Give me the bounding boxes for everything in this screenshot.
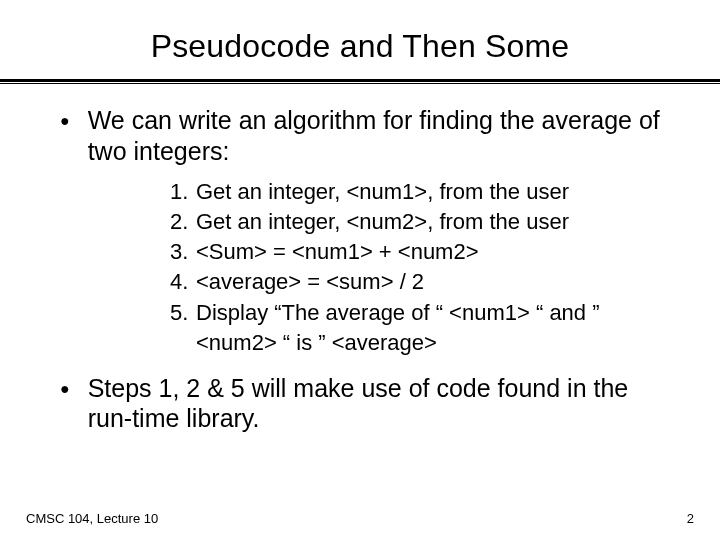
bullet-icon: ● [60,107,70,135]
page-number: 2 [687,511,694,526]
step-2: 2. Get an integer, <num2>, from the user [170,208,670,236]
bullet-2: ● Steps 1, 2 & 5 will make use of code f… [60,373,670,434]
slide-body: ● We can write an algorithm for finding … [0,85,720,434]
step-5: 5. Display “The average of “ <num1> “ an… [170,299,670,327]
step-4: 4. <average> = <sum> / 2 [170,268,670,296]
slide-title: Pseudocode and Then Some [0,28,720,65]
step-3: 3. <Sum> = <num1> + <num2> [170,238,670,266]
steps-list: 1. Get an integer, <num1>, from the user… [170,178,670,357]
step-5-cont: <num2> “ is ” <average> [170,329,670,357]
bullet-2-text: Steps 1, 2 & 5 will make use of code fou… [88,373,670,434]
bullet-icon: ● [60,375,70,403]
bullet-1: ● We can write an algorithm for finding … [60,105,670,166]
horizontal-rule [0,79,720,85]
footer-left: CMSC 104, Lecture 10 [26,511,158,526]
bullet-1-text: We can write an algorithm for finding th… [88,105,670,166]
step-1: 1. Get an integer, <num1>, from the user [170,178,670,206]
slide: Pseudocode and Then Some ● We can write … [0,0,720,540]
